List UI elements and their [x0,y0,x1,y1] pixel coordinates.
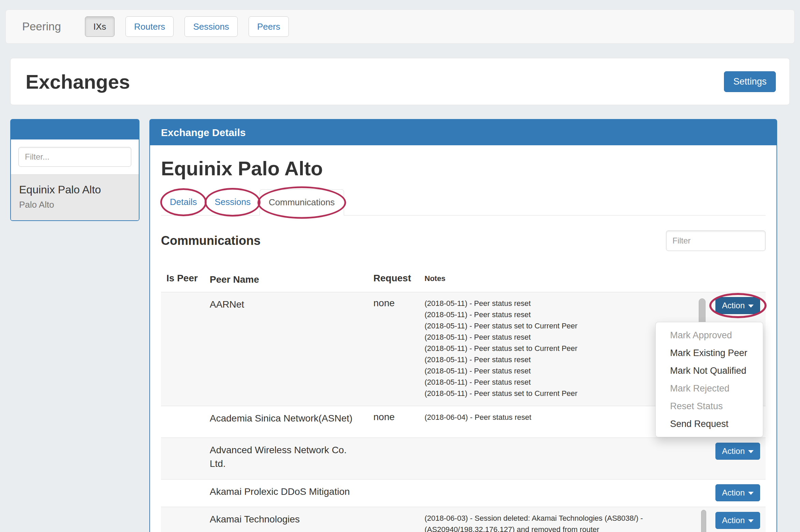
exchange-list-filter-wrap [11,139,139,174]
note-line: (2018-05-11) - Peer status reset [425,309,695,320]
table-body: AARNetnone(2018-05-11) - Peer status res… [161,292,766,532]
tab-label-communications: Communications [269,197,335,207]
cell-request [368,438,419,479]
cell-request [368,479,419,507]
exchange-list-panel: Equinix Palo Alto Palo Alto [10,119,139,221]
column-header-notes: Notes [419,264,701,292]
tab-sessions[interactable]: Sessions [206,189,260,215]
action-button-wrap: Action [715,484,760,501]
exchange-details-body: Equinix Palo Alto DetailsSessionsCommuni… [150,145,776,532]
menu-item-reset-status: Reset Status [656,397,763,415]
tab-label-details: Details [170,197,197,207]
cell-is-peer [161,292,204,406]
action-button-label: Action [722,488,745,498]
chevron-down-icon [748,519,754,522]
note-line: (2018-06-04) - Peer status reset [425,412,695,423]
chevron-down-icon [748,450,754,453]
action-button-wrap: ActionMark ApprovedMark Existing PeerMar… [715,297,760,314]
exchange-filter-input[interactable] [18,147,131,167]
cell-action: ActionMark ApprovedMark Existing PeerMar… [701,292,766,406]
cell-is-peer [161,406,204,438]
cell-action: Action [701,438,766,479]
brand-peering: Peering [22,20,61,33]
tab-details[interactable]: Details [161,189,206,215]
column-header-request: Request [368,264,419,292]
nav-button-routers[interactable]: Routers [125,16,174,37]
settings-button[interactable]: Settings [724,71,776,92]
note-line: (2018-05-11) - Peer status reset [425,354,695,365]
cell-request [368,507,419,532]
nav-button-sessions[interactable]: Sessions [184,16,238,37]
exchange-list-panel-heading [11,120,139,139]
tab-communications[interactable]: Communications [260,189,344,216]
chevron-down-icon [748,492,754,495]
note-line: (2018-06-03) - Session deleted: Akamai T… [425,513,695,532]
action-button-label: Action [722,516,745,525]
nav-button-ixs[interactable]: IXs [85,16,115,37]
communications-filter-input[interactable] [666,231,766,251]
exchange-list-item[interactable]: Equinix Palo Alto Palo Alto [11,174,139,220]
cell-is-peer [161,507,204,532]
cell-peer-name: Akamai Technologies [204,507,368,532]
page-header-card: Exchanges Settings [10,58,790,105]
note-line: (2018-05-11) - Peer status reset [425,365,695,376]
cell-is-peer [161,438,204,479]
nav-button-group: IXsRoutersSessionsPeers [85,16,289,37]
cell-request: none [368,292,419,406]
nav-button-peers[interactable]: Peers [249,16,289,37]
top-navbar: Peering IXsRoutersSessionsPeers [5,10,795,44]
menu-item-mark-not-qualified[interactable]: Mark Not Qualified [656,362,763,380]
action-button-wrap: Action [715,443,760,460]
table-row: Advanced Wireless Network Co. Ltd.Action [161,438,766,479]
cell-peer-name: Advanced Wireless Network Co. Ltd. [204,438,368,479]
menu-item-mark-existing-peer[interactable]: Mark Existing Peer [656,344,763,362]
exchange-list-item-name: Equinix Palo Alto [19,183,131,196]
action-button-label: Action [722,301,745,310]
exchange-list-item-location: Palo Alto [19,200,131,210]
cell-notes [419,438,701,479]
table-row: Akamai Prolexic DDoS MitigationAction [161,479,766,507]
menu-item-mark-approved: Mark Approved [656,326,763,344]
exchange-details-panel: Exchange Details Equinix Palo Alto Detai… [149,119,777,532]
action-button-wrap: Action [715,512,760,529]
column-header-peer-name: Peer Name [204,264,368,292]
menu-item-send-request[interactable]: Send Request [656,415,763,433]
menu-item-mark-rejected: Mark Rejected [656,380,763,397]
action-button-label: Action [722,446,745,456]
action-button[interactable]: Action [715,512,760,529]
cell-action: Action [701,479,766,507]
action-button[interactable]: Action [715,443,760,460]
table-header-row: Is Peer Peer Name Request Notes [161,264,766,292]
cell-request: none [368,406,419,438]
cell-notes: (2018-06-03) - Session deleted: Akamai T… [419,507,701,532]
action-button[interactable]: Action [715,484,760,501]
cell-action: Action [701,507,766,532]
table-row: Akamai Technologies(2018-06-03) - Sessio… [161,507,766,532]
note-line: (2018-05-11) - Peer status set to Curren… [425,343,695,354]
note-line: (2018-05-11) - Peer status reset [425,298,695,309]
communications-header-row: Communications [161,231,766,251]
column-header-action [701,264,766,292]
cell-notes [419,479,701,507]
cell-peer-name: AARNet [204,292,368,406]
action-dropdown-menu: Mark ApprovedMark Existing PeerMark Not … [655,322,763,437]
cell-is-peer [161,479,204,507]
note-line: (2018-05-11) - Peer status reset [425,376,695,388]
exchange-title: Equinix Palo Alto [161,157,766,180]
action-button[interactable]: Action [715,297,760,314]
note-line: (2018-05-11) - Peer status set to Curren… [425,320,695,331]
table-row: AARNetnone(2018-05-11) - Peer status res… [161,292,766,406]
cell-peer-name: Akamai Prolexic DDoS Mitigation [204,479,368,507]
page-title: Exchanges [26,70,130,93]
communications-section-title: Communications [161,234,261,248]
communications-table: Is Peer Peer Name Request Notes AARNetno… [161,264,766,532]
detail-tabs: DetailsSessionsCommunications [161,189,766,216]
column-header-is-peer: Is Peer [161,264,204,292]
chevron-down-icon [748,305,754,308]
tab-label-sessions: Sessions [214,197,251,207]
cell-peer-name: Academia Sinica Network(ASNet) [204,406,368,438]
note-line: (2018-05-11) - Peer status reset [425,331,695,343]
notes-scrollbar-thumb[interactable] [701,510,706,532]
exchange-details-panel-heading: Exchange Details [150,120,776,145]
content-area: Equinix Palo Alto Palo Alto Exchange Det… [10,119,777,532]
